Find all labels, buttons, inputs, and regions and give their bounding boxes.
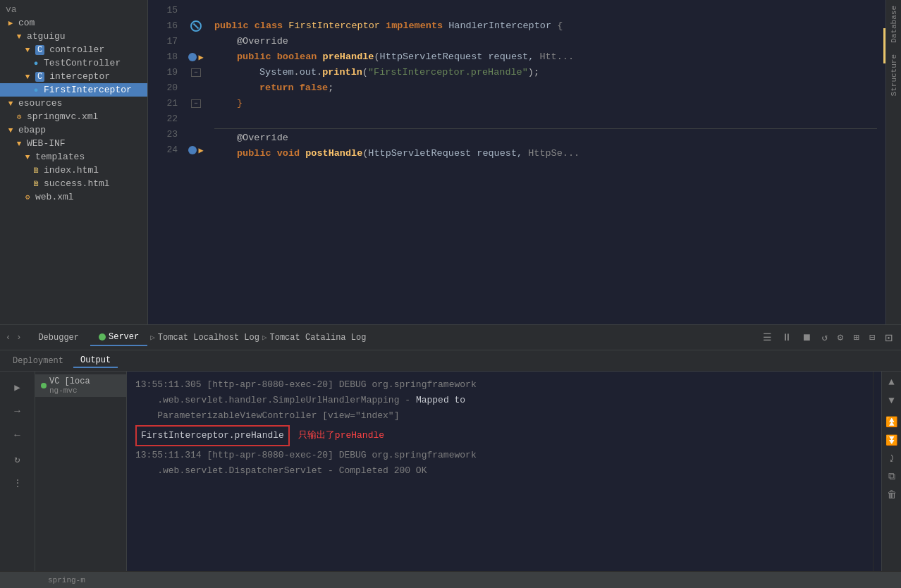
bottom-panel: ‹ › Debugger Server ▷ Tomcat Localhost L… (0, 324, 901, 588)
scroll-down-icon[interactable]: ▼ (884, 393, 900, 408)
folder-icon: ▼ (23, 45, 32, 55)
layout-icon[interactable]: ⊞ (850, 330, 862, 345)
tab-tomcat-localhost[interactable]: ▷ Tomcat Localhost Log (150, 333, 259, 343)
scroll-gutter (877, 0, 885, 324)
highlight-box: FirstInterceptor.preHandle (135, 425, 290, 446)
tab-server[interactable]: Server (90, 329, 147, 346)
more-icon[interactable]: ⋮ (8, 473, 27, 493)
tab-debugger[interactable]: Debugger (30, 330, 87, 345)
class-icon: ● (31, 59, 41, 68)
package-badge: C (35, 72, 44, 82)
tab-toolbar: ☰ ⏸ ⏹ ↺ ⚙ ⊞ ⊟ ⊡ (760, 329, 895, 347)
grid-icon[interactable]: ⊟ (866, 330, 878, 345)
console-line-3: ParameterizableViewController [view="ind… (135, 408, 864, 424)
code-content[interactable]: public class FirstInterceptor implements… (209, 0, 877, 324)
structure-tab[interactable]: Structure (888, 49, 900, 102)
code-line-16: public class FirstInterceptor implements… (214, 18, 877, 34)
code-line-18: public boolean preHandle ( HttpServletRe… (214, 49, 877, 65)
arrow-right-icon: ▶ (198, 52, 203, 63)
folder-icon: ▶ (6, 18, 16, 28)
sidebar-item-webapp[interactable]: ▼ ebapp (0, 123, 147, 137)
transfer-right-icon[interactable]: → (8, 401, 27, 421)
config-icon[interactable]: ⚙ (835, 330, 846, 345)
scroll-to-bottom-icon[interactable]: ⏬ (884, 432, 900, 448)
maximize-icon[interactable]: ⊡ (882, 329, 895, 347)
gutter: ▶ − − ▶ (183, 0, 209, 324)
database-tab[interactable]: Database (888, 0, 900, 49)
scroll-marker (883, 28, 885, 63)
sidebar-item-templates[interactable]: ▼ templates (0, 150, 147, 164)
code-line-20: return false ; (214, 80, 877, 96)
file-tree: va ▶ com ▼ atguigu ▼ C controller ● Test… (0, 0, 148, 324)
scroll-to-top-icon[interactable]: ⏫ (884, 414, 900, 429)
filter-icon[interactable]: ☰ (760, 330, 775, 345)
chevron-right-icon[interactable]: › (16, 333, 21, 343)
copy-icon[interactable]: ⧉ (884, 469, 900, 484)
text-label: va (6, 4, 17, 15)
breakpoint-icon[interactable] (188, 53, 197, 61)
sidebar-item-success-html[interactable]: 🗎 success.html (0, 177, 147, 190)
refresh-icon[interactable]: ↻ (8, 449, 27, 469)
html-icon: 🗎 (31, 179, 41, 189)
code-line-17: @Override (214, 34, 877, 49)
fold-icon[interactable]: − (191, 99, 201, 108)
code-line-24: public void postHandle ( HttpServletRequ… (214, 146, 877, 161)
folder-icon: ▼ (6, 99, 16, 109)
annotation-text: 只输出了preHandle (298, 428, 384, 443)
sidebar-item-interceptor[interactable]: ▼ C interceptor (0, 70, 147, 83)
code-separator (214, 128, 877, 129)
fold-icon[interactable]: − (191, 68, 201, 77)
sidebar-item-controller[interactable]: ▼ C controller (0, 43, 147, 56)
server-item-vc[interactable]: VC [loca ng-mvc (35, 374, 126, 397)
console-line-4: 13:55:11.314 [http-apr-8080-exec-20] DEB… (135, 448, 864, 463)
sidebar-item-first-interceptor[interactable]: ● FirstInterceptor (0, 83, 147, 97)
arrow-right-icon: ▶ (198, 145, 203, 156)
class-icon: ● (31, 85, 41, 95)
right-action-bar: ▲ ▼ ⏫ ⏬ ⤸ ⧉ 🗑 (881, 372, 901, 571)
wrap-icon[interactable]: ⤸ (884, 451, 900, 466)
no-entry-icon (190, 20, 202, 32)
server-status-icon (99, 333, 106, 341)
line-numbers: 15 16 17 18 19 20 21 22 23 24 (148, 0, 183, 324)
chevron-left-icon[interactable]: ‹ (6, 333, 11, 343)
clear-icon[interactable]: 🗑 (884, 487, 900, 503)
xml-icon: ⚙ (23, 192, 32, 202)
folder-icon: ▼ (23, 152, 32, 162)
scroll-up-icon[interactable]: ▲ (884, 374, 900, 390)
console-area: ▶ → ← ↻ ⋮ VC [loca ng-mvc 13:55:11.305 [… (0, 372, 901, 571)
sidebar-item-resources[interactable]: ▼ esources (0, 97, 147, 110)
pause-icon[interactable]: ⏸ (779, 331, 795, 345)
code-line-15 (214, 3, 877, 18)
stop-icon[interactable]: ⏹ (799, 331, 814, 345)
sub-tab-deployment[interactable]: Deployment (6, 355, 71, 367)
console-scrollbar[interactable] (873, 372, 881, 571)
side-tool-panel: Database Structure (885, 0, 901, 324)
bottom-tab-bar: ‹ › Debugger Server ▷ Tomcat Localhost L… (0, 325, 901, 350)
sidebar-item-test-controller[interactable]: ● TestController (0, 56, 147, 70)
restart-icon[interactable]: ↺ (819, 330, 830, 345)
html-icon: 🗎 (31, 166, 41, 176)
server-list: VC [loca ng-mvc (35, 372, 127, 571)
transfer-left-icon[interactable]: ← (8, 425, 27, 445)
console-output[interactable]: 13:55:11.305 [http-apr-8080-exec-20] DEB… (127, 372, 873, 571)
code-editor: 15 16 17 18 19 20 21 22 23 24 (148, 0, 885, 324)
folder-icon: ▼ (6, 125, 16, 135)
sidebar-item-web-xml[interactable]: ⚙ web.xml (0, 190, 147, 204)
code-line-22 (214, 111, 877, 127)
sidebar-item-springmvc[interactable]: ⚙ springmvc.xml (0, 110, 147, 123)
sidebar-item-index-html[interactable]: 🗎 index.html (0, 164, 147, 177)
sidebar-item-web-inf[interactable]: ▼ WEB-INF (0, 137, 147, 150)
run-icon[interactable]: ▶ (8, 377, 27, 397)
console-line-1: 13:55:11.305 [http-apr-8080-exec-20] DEB… (135, 377, 864, 393)
sidebar-item-com[interactable]: ▶ com (0, 16, 147, 30)
breakpoint-icon[interactable] (188, 146, 197, 154)
sub-tab-output[interactable]: Output (73, 354, 118, 368)
status-text: spring-m (48, 576, 85, 584)
sidebar-item-atguigu[interactable]: ▼ atguigu (0, 30, 147, 43)
code-line-19: System . out . println ( "FirstIntercept… (214, 65, 877, 80)
console-line-5: .web.servlet.DispatcherServlet - Complet… (135, 463, 864, 479)
sidebar-item-va[interactable]: va (0, 3, 147, 16)
sub-tab-bar: Deployment Output (0, 350, 901, 372)
folder-icon: ▼ (23, 72, 32, 82)
tab-tomcat-catalina[interactable]: ▷ Tomcat Catalina Log (262, 333, 366, 343)
